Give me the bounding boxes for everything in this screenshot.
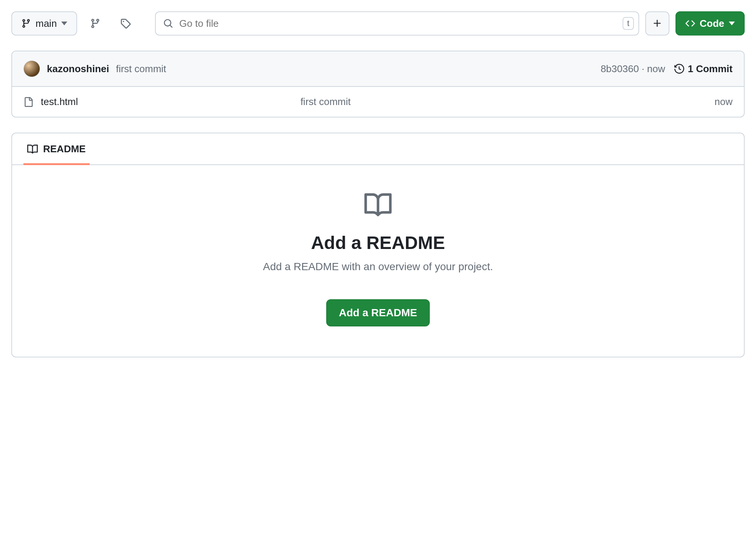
file-listing-box: kazonoshinei first commit 8b30360 · now …	[11, 51, 745, 118]
branches-button[interactable]	[83, 11, 107, 36]
code-label: Code	[700, 18, 724, 29]
readme-panel: README Add a README Add a README with an…	[11, 133, 745, 357]
file-search[interactable]: t	[155, 11, 639, 36]
commit-count-label: 1 Commit	[688, 63, 733, 75]
readme-empty-body: Add a README Add a README with an overvi…	[12, 165, 744, 357]
file-icon	[23, 97, 33, 107]
book-icon	[27, 144, 38, 155]
tab-readme-label: README	[43, 143, 86, 155]
latest-commit-bar[interactable]: kazonoshinei first commit 8b30360 · now …	[12, 51, 744, 87]
branch-icon	[21, 19, 31, 28]
search-input[interactable]	[179, 18, 617, 29]
avatar[interactable]	[23, 60, 40, 77]
branch-label: main	[36, 18, 57, 29]
search-icon	[163, 19, 173, 28]
commit-message[interactable]: first commit	[116, 63, 166, 75]
branch-picker-button[interactable]: main	[11, 11, 77, 36]
repo-toolbar: main t Code	[11, 11, 745, 36]
book-icon	[364, 192, 392, 219]
code-icon	[685, 19, 695, 28]
commit-sha[interactable]: 8b30360	[601, 63, 639, 74]
commit-author[interactable]: kazonoshinei	[47, 63, 109, 75]
readme-empty-description: Add a README with an overview of your pr…	[27, 261, 729, 273]
search-kbd-hint: t	[623, 17, 634, 30]
add-file-button[interactable]	[645, 11, 669, 36]
readme-tabs: README	[12, 133, 744, 165]
file-row[interactable]: test.html first commit now	[12, 87, 744, 117]
readme-empty-title: Add a README	[27, 232, 729, 253]
branch-icon	[90, 18, 101, 29]
add-readme-button[interactable]: Add a README	[326, 299, 430, 326]
tags-button[interactable]	[113, 11, 138, 36]
code-button[interactable]: Code	[675, 11, 745, 36]
commit-meta: 8b30360 · now 1 Commit	[601, 63, 733, 75]
chevron-down-icon	[61, 22, 67, 25]
commit-time: now	[647, 63, 665, 74]
file-time: now	[714, 96, 733, 108]
chevron-down-icon	[729, 22, 735, 25]
file-name-label[interactable]: test.html	[41, 96, 78, 108]
file-commit-message[interactable]: first commit	[301, 96, 707, 108]
commits-link[interactable]: 1 Commit	[674, 63, 733, 75]
tag-icon	[120, 18, 131, 29]
dot-separator: ·	[641, 63, 647, 74]
history-icon	[674, 64, 684, 74]
tab-readme[interactable]: README	[23, 133, 90, 165]
plus-icon	[652, 19, 662, 28]
